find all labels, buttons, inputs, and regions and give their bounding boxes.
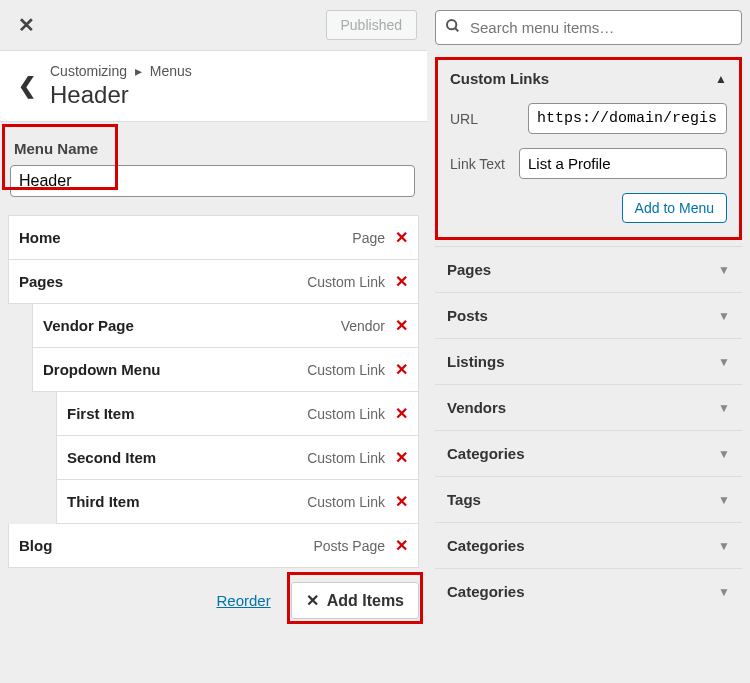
accordion-item[interactable]: Posts▼ [435,292,742,338]
menu-item-type: Custom Link [307,274,385,290]
search-icon [445,18,461,38]
menu-item-label: Second Item [67,449,156,466]
link-text-label: Link Text [450,156,511,172]
page-title: Header [50,81,192,109]
menu-item[interactable]: First ItemCustom Link✕ [56,392,419,436]
remove-icon[interactable]: ✕ [395,448,408,467]
breadcrumb: Customizing ▸ Menus [50,63,192,79]
accordion-label: Listings [447,353,505,370]
url-label: URL [450,111,520,127]
accordion-item[interactable]: Categories▼ [435,568,742,614]
accordion-item[interactable]: Listings▼ [435,338,742,384]
menu-item[interactable]: Vendor PageVendor✕ [32,304,419,348]
custom-links-header[interactable]: Custom Links ▲ [438,60,739,97]
add-items-button[interactable]: ✕ Add Items [291,582,419,619]
url-input[interactable] [528,103,727,134]
menu-item-type: Custom Link [307,362,385,378]
menu-item-type: Custom Link [307,406,385,422]
breadcrumb-level-1: Customizing [50,63,127,79]
menu-item-label: Vendor Page [43,317,134,334]
remove-icon[interactable]: ✕ [395,228,408,247]
menu-item-label: Home [19,229,61,246]
accordion-label: Tags [447,491,481,508]
accordion-label: Posts [447,307,488,324]
search-input[interactable] [435,10,742,45]
menu-item[interactable]: Third ItemCustom Link✕ [56,480,419,524]
svg-point-0 [447,20,456,29]
menu-item-label: Third Item [67,493,140,510]
custom-links-title: Custom Links [450,70,549,87]
link-text-input[interactable] [519,148,727,179]
menu-item-label: First Item [67,405,135,422]
accordion-label: Pages [447,261,491,278]
accordion-label: Categories [447,583,525,600]
reorder-link[interactable]: Reorder [216,592,270,609]
chevron-down-icon: ▼ [718,585,730,599]
breadcrumb-separator-icon: ▸ [135,63,142,79]
menu-item-label: Pages [19,273,63,290]
accordion-label: Categories [447,445,525,462]
close-icon[interactable]: ✕ [10,9,43,41]
remove-icon[interactable]: ✕ [395,272,408,291]
menu-item-type: Custom Link [307,494,385,510]
accordion-item[interactable]: Pages▼ [435,246,742,292]
menu-name-label: Menu Name [6,134,104,165]
chevron-down-icon: ▼ [718,539,730,553]
remove-icon[interactable]: ✕ [395,536,408,555]
close-icon: ✕ [306,591,319,610]
remove-icon[interactable]: ✕ [395,316,408,335]
back-icon[interactable]: ❮ [4,67,50,105]
add-items-label: Add Items [327,592,404,610]
chevron-down-icon: ▼ [718,493,730,507]
menu-item-type: Page [352,230,385,246]
published-button[interactable]: Published [326,10,418,40]
menu-item[interactable]: PagesCustom Link✕ [8,260,419,304]
menu-item[interactable]: HomePage✕ [8,215,419,260]
accordion-item[interactable]: Categories▼ [435,430,742,476]
remove-icon[interactable]: ✕ [395,404,408,423]
menu-item[interactable]: Second ItemCustom Link✕ [56,436,419,480]
accordion-item[interactable]: Tags▼ [435,476,742,522]
remove-icon[interactable]: ✕ [395,360,408,379]
add-to-menu-button[interactable]: Add to Menu [622,193,727,223]
chevron-up-icon: ▲ [715,72,727,86]
remove-icon[interactable]: ✕ [395,492,408,511]
svg-line-1 [455,28,458,31]
accordion-label: Categories [447,537,525,554]
menu-item[interactable]: BlogPosts Page✕ [8,524,419,568]
menu-item-type: Custom Link [307,450,385,466]
chevron-down-icon: ▼ [718,263,730,277]
chevron-down-icon: ▼ [718,401,730,415]
breadcrumb-level-2: Menus [150,63,192,79]
accordion-item[interactable]: Vendors▼ [435,384,742,430]
accordion-label: Vendors [447,399,506,416]
chevron-down-icon: ▼ [718,355,730,369]
menu-item-type: Posts Page [313,538,385,554]
chevron-down-icon: ▼ [718,309,730,323]
menu-item[interactable]: Dropdown MenuCustom Link✕ [32,348,419,392]
menu-item-type: Vendor [341,318,385,334]
menu-item-label: Blog [19,537,52,554]
chevron-down-icon: ▼ [718,447,730,461]
menu-item-label: Dropdown Menu [43,361,160,378]
accordion-item[interactable]: Categories▼ [435,522,742,568]
menu-name-input[interactable] [10,165,415,197]
